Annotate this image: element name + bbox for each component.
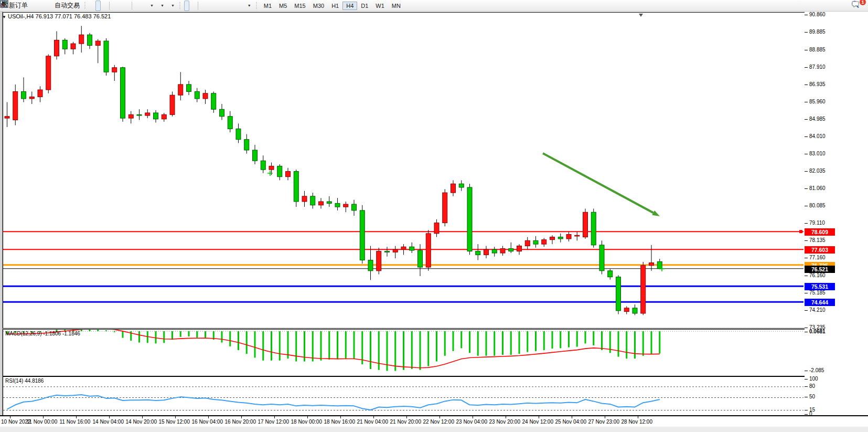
timeframe-button-d1[interactable]: D1 bbox=[357, 2, 372, 10]
arrows-tool-icon[interactable]: ▼ bbox=[244, 1, 254, 11]
rsi-pane[interactable]: RSI(14) 44.8186 bbox=[3, 376, 805, 416]
candle-body bbox=[294, 172, 298, 202]
axis-tick bbox=[805, 397, 808, 397]
window-bottom-strip bbox=[0, 427, 868, 432]
candle-body bbox=[476, 251, 480, 255]
fibonacci-tool-icon[interactable]: F bbox=[226, 1, 231, 11]
axis-tick bbox=[805, 379, 808, 380]
chart-shift-icon[interactable] bbox=[141, 1, 146, 11]
timeframe-button-m1[interactable]: M1 bbox=[260, 2, 275, 10]
time-label: 15 Nov 12:00 bbox=[159, 419, 190, 425]
candle-body bbox=[335, 203, 340, 207]
hline-endpoint-marker[interactable] bbox=[799, 230, 802, 233]
axis-tick bbox=[805, 119, 808, 120]
candle-body bbox=[624, 308, 629, 312]
candle-body bbox=[29, 97, 34, 99]
candle-body bbox=[641, 266, 646, 313]
trend-arrow-line[interactable] bbox=[543, 153, 653, 213]
bar-chart-type-icon[interactable] bbox=[89, 1, 94, 11]
candlestick-chart-type-icon[interactable] bbox=[95, 1, 101, 11]
candle-body bbox=[492, 249, 497, 253]
time-label: 18 Nov 00:00 bbox=[291, 419, 323, 425]
time-tick bbox=[175, 416, 176, 418]
axis-tick bbox=[805, 240, 808, 241]
time-label: 16 Nov 20:00 bbox=[225, 419, 256, 425]
time-tick bbox=[373, 416, 374, 418]
candle-body bbox=[599, 245, 604, 271]
price-line-label[interactable]: 75.531 bbox=[805, 283, 835, 290]
candle-body bbox=[327, 202, 331, 203]
candle-body bbox=[608, 271, 613, 277]
candle-body bbox=[500, 249, 505, 253]
candle-body bbox=[145, 113, 150, 115]
symbol-dropdown-icon[interactable]: ▼ bbox=[2, 15, 6, 19]
time-label: 24 Nov 12:00 bbox=[522, 419, 554, 425]
time-tick bbox=[539, 416, 539, 418]
time-label: 11 Nov 00:00 bbox=[27, 419, 58, 425]
timeframe-button-m15[interactable]: M15 bbox=[291, 2, 309, 10]
vertical-line-tool-icon[interactable] bbox=[200, 1, 206, 11]
price-pane[interactable] bbox=[3, 12, 805, 329]
chart-profile-icon[interactable]: ▼ bbox=[168, 1, 177, 11]
timeframe-button-w1[interactable]: W1 bbox=[372, 2, 388, 10]
candle-body bbox=[649, 263, 654, 266]
timeframe-button-m5[interactable]: M5 bbox=[275, 2, 291, 10]
timeframe-button-m30[interactable]: M30 bbox=[309, 2, 328, 10]
price-axis[interactable]: 90.86089.88588.88587.91086.93585.96084.9… bbox=[805, 12, 868, 415]
auto-scroll-icon[interactable] bbox=[134, 1, 140, 11]
trend-arrow-head[interactable] bbox=[652, 210, 660, 216]
auto-trading-button[interactable]: 自动交易 bbox=[50, 1, 82, 11]
candle-body bbox=[410, 247, 414, 250]
time-label: 14 Nov 04:00 bbox=[93, 419, 124, 425]
candlestick-chart bbox=[3, 13, 803, 327]
candle-body bbox=[310, 196, 315, 205]
toolbar-grip bbox=[84, 2, 87, 9]
notification-badge[interactable]: 1 bbox=[859, 0, 866, 6]
crosshair-icon[interactable] bbox=[190, 1, 196, 11]
timeframe-button-h4[interactable]: H4 bbox=[342, 2, 357, 10]
price-line-label[interactable]: 76.521 bbox=[805, 266, 835, 273]
text-label-tool-icon[interactable]: T bbox=[238, 1, 243, 11]
zoom-in-icon[interactable] bbox=[112, 1, 117, 11]
trendline-tool-icon[interactable] bbox=[213, 1, 218, 11]
candle-body bbox=[269, 166, 274, 170]
time-label: 17 Nov 12:00 bbox=[258, 419, 290, 425]
support-person-icon[interactable] bbox=[38, 1, 43, 11]
candle-body bbox=[509, 249, 513, 251]
axis-tick bbox=[805, 410, 808, 410]
axis-tick bbox=[805, 15, 808, 15]
period-clock-button[interactable]: ▼ bbox=[157, 1, 167, 11]
candle-body bbox=[162, 114, 166, 119]
time-tick bbox=[76, 416, 77, 418]
horizontal-line-tool-icon[interactable] bbox=[207, 1, 212, 11]
candle-body bbox=[261, 161, 265, 170]
macd-signal-line bbox=[7, 330, 660, 368]
macd-pane[interactable]: MACD(12,26,9) -1.1806 -1.1846 bbox=[3, 329, 805, 376]
gold-chart-icon[interactable] bbox=[31, 1, 37, 11]
time-label: 16 Nov 04:00 bbox=[192, 419, 223, 425]
candle-body bbox=[88, 35, 92, 45]
axis-tick bbox=[805, 171, 808, 172]
signal-broadcast-icon[interactable] bbox=[44, 1, 49, 11]
timeframe-button-h1[interactable]: H1 bbox=[328, 2, 342, 10]
equidistant-channel-tool-icon[interactable]: E bbox=[219, 1, 224, 11]
new-order-button[interactable]: 新订单 bbox=[6, 1, 30, 11]
time-label: 11 Nov 16:00 bbox=[60, 419, 91, 425]
candle-body bbox=[277, 166, 282, 176]
price-line-label[interactable]: 74.644 bbox=[805, 299, 835, 306]
zoom-out-icon[interactable] bbox=[118, 1, 123, 11]
tile-windows-icon[interactable] bbox=[124, 1, 130, 11]
line-chart-type-icon[interactable] bbox=[102, 1, 107, 11]
cursor-arrow-icon[interactable] bbox=[184, 1, 189, 11]
chart-shift-marker[interactable] bbox=[639, 14, 643, 17]
candle-body bbox=[121, 68, 125, 118]
new-chart-button[interactable]: ▼ bbox=[147, 1, 156, 11]
time-axis[interactable]: 10 Nov 202211 Nov 00:0011 Nov 16:0014 No… bbox=[0, 415, 868, 428]
candle-body bbox=[187, 85, 191, 92]
axis-tick bbox=[805, 136, 808, 137]
price-line-label[interactable]: 77.603 bbox=[805, 246, 835, 254]
timeframe-button-mn[interactable]: MN bbox=[388, 2, 404, 10]
candle-body bbox=[286, 172, 291, 177]
price-line-label[interactable]: 78.609 bbox=[805, 228, 835, 236]
text-tool-icon[interactable]: A bbox=[232, 1, 237, 11]
